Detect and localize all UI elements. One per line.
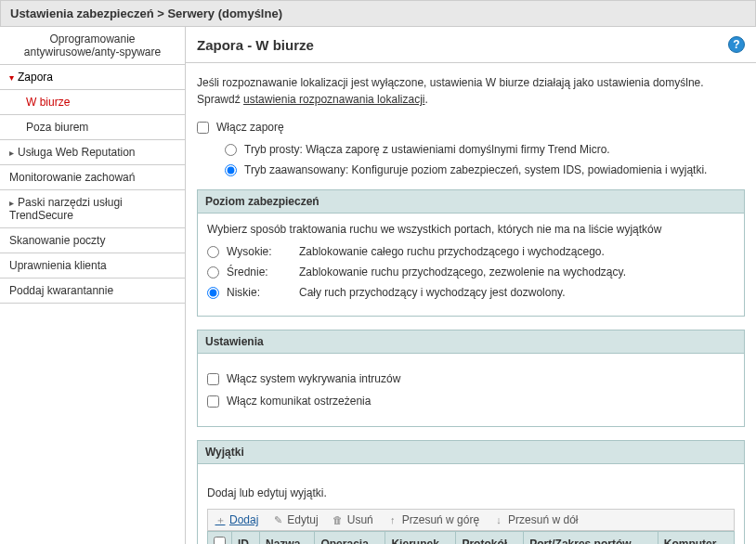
sidebar: Oprogramowanie antywirusowe/anty-spyware…	[0, 27, 186, 544]
exceptions-table: ID Nazwa Operacja Kierunek Protokół Port…	[207, 531, 735, 544]
help-icon[interactable]: ?	[728, 36, 745, 53]
delete-button[interactable]: 🗑 Usuń	[332, 513, 373, 526]
security-level-section: Poziom zabezpieczeń Wybierz sposób trakt…	[197, 189, 745, 317]
intro-line2-suffix: .	[424, 93, 427, 106]
arrow-down-icon: ↓	[492, 513, 505, 526]
exceptions-header: Wyjątki	[198, 441, 744, 464]
move-up-button[interactable]: ↑ Przesuń w górę	[386, 513, 479, 526]
enable-firewall-checkbox[interactable]	[197, 122, 209, 134]
mode-simple-label: Tryb prosty: Włącza zaporę z ustawieniam…	[244, 143, 610, 156]
col-protocol: Protokół	[456, 532, 524, 545]
sidebar-item-label: Usługa Web Reputation	[18, 146, 136, 159]
security-medium-desc: Zablokowanie ruchu przychodzącego, zezwo…	[299, 266, 626, 278]
sidebar-item-firewall[interactable]: Zapora	[0, 65, 185, 90]
move-down-button[interactable]: ↓ Przesuń w dół	[492, 513, 578, 526]
trash-icon: 🗑	[332, 513, 345, 526]
ids-checkbox[interactable]	[207, 373, 219, 385]
mode-simple-radio[interactable]	[225, 144, 237, 156]
security-low-label: Niskie:	[227, 286, 292, 299]
security-medium-label: Średnie:	[227, 266, 292, 278]
mode-advanced-label: Tryb zaawansowany: Konfiguruje poziom za…	[244, 163, 707, 176]
sidebar-item-trendsecure[interactable]: Paski narzędzi usługi TrendSecure	[0, 190, 185, 228]
sidebar-item-in-office[interactable]: W biurze	[0, 90, 185, 115]
edit-button[interactable]: ✎ Edytuj	[271, 513, 318, 526]
security-medium-radio[interactable]	[207, 266, 219, 278]
warning-label: Włącz komunikat ostrzeżenia	[227, 395, 371, 408]
mode-advanced-radio[interactable]	[225, 164, 237, 176]
sidebar-item-quarantine[interactable]: Poddaj kwarantannie	[0, 278, 185, 304]
enable-firewall-label: Włącz zaporę	[216, 121, 284, 134]
move-up-label: Przesuń w górę	[402, 513, 479, 526]
breadcrumb: Ustawienia zabezpieczeń > Serwery (domyś…	[0, 0, 756, 27]
ids-label: Włącz system wykrywania intruzów	[227, 372, 400, 385]
page-title: Zapora - W biurze	[197, 37, 314, 53]
add-button[interactable]: ＋ Dodaj	[214, 513, 258, 526]
delete-label: Usuń	[347, 513, 373, 526]
exceptions-section: Wyjątki Dodaj lub edytuj wyjątki. ＋ Doda…	[197, 440, 745, 544]
location-settings-link[interactable]: ustawienia rozpoznawania lokalizacji	[243, 93, 424, 106]
security-low-desc: Cały ruch przychodzący i wychodzący jest…	[299, 286, 566, 299]
sidebar-item-web-reputation[interactable]: Usługa Web Reputation	[0, 140, 185, 165]
edit-label: Edytuj	[287, 513, 318, 526]
table-header-row: ID Nazwa Operacja Kierunek Protokół Port…	[208, 532, 735, 545]
col-id: ID	[232, 532, 260, 545]
security-high-desc: Zablokowanie całego ruchu przychodzącego…	[299, 245, 605, 258]
col-name: Nazwa	[260, 532, 315, 545]
move-down-label: Przesuń w dół	[508, 513, 578, 526]
security-low-radio[interactable]	[207, 287, 219, 299]
arrow-up-icon: ↑	[386, 513, 399, 526]
sidebar-item-label: Zapora	[18, 71, 53, 84]
intro-line2-prefix: Sprawdź	[197, 93, 243, 106]
col-port: Port/Zakres portów	[524, 532, 658, 545]
sidebar-item-behavior-monitor[interactable]: Monitorowanie zachowań	[0, 165, 185, 190]
security-level-header: Poziom zabezpieczeń	[198, 190, 744, 214]
col-computer: Komputer	[658, 532, 734, 545]
exceptions-intro: Dodaj lub edytuj wyjątki.	[207, 486, 735, 499]
col-direction: Kierunek	[385, 532, 456, 545]
sidebar-item-mail-scan[interactable]: Skanowanie poczty	[0, 228, 185, 253]
sidebar-item-out-of-office[interactable]: Poza biurem	[0, 115, 185, 140]
security-high-radio[interactable]	[207, 246, 219, 258]
security-level-desc: Wybierz sposób traktowania ruchu we wszy…	[207, 223, 735, 236]
col-operation: Operacja	[315, 532, 385, 545]
settings-header: Ustawienia	[198, 330, 744, 354]
select-all-checkbox[interactable]	[214, 537, 226, 544]
plus-icon: ＋	[214, 513, 227, 526]
settings-section: Ustawienia Włącz system wykrywania intru…	[197, 330, 745, 427]
sidebar-item-client-perms[interactable]: Uprawnienia klienta	[0, 253, 185, 278]
add-label: Dodaj	[229, 513, 258, 526]
pencil-icon: ✎	[271, 513, 284, 526]
sidebar-item-antivirus[interactable]: Oprogramowanie antywirusowe/anty-spyware	[0, 27, 185, 65]
intro-text: Jeśli rozpoznawanie lokalizacji jest wył…	[197, 74, 745, 108]
intro-line1: Jeśli rozpoznawanie lokalizacji jest wył…	[197, 76, 704, 89]
security-high-label: Wysokie:	[227, 245, 292, 258]
sidebar-item-label: Paski narzędzi usługi TrendSecure	[9, 196, 123, 222]
warning-checkbox[interactable]	[207, 395, 219, 408]
main-panel: Zapora - W biurze ? Jeśli rozpoznawanie …	[186, 27, 756, 544]
exceptions-toolbar: ＋ Dodaj ✎ Edytuj 🗑 Usuń ↑	[207, 509, 735, 531]
